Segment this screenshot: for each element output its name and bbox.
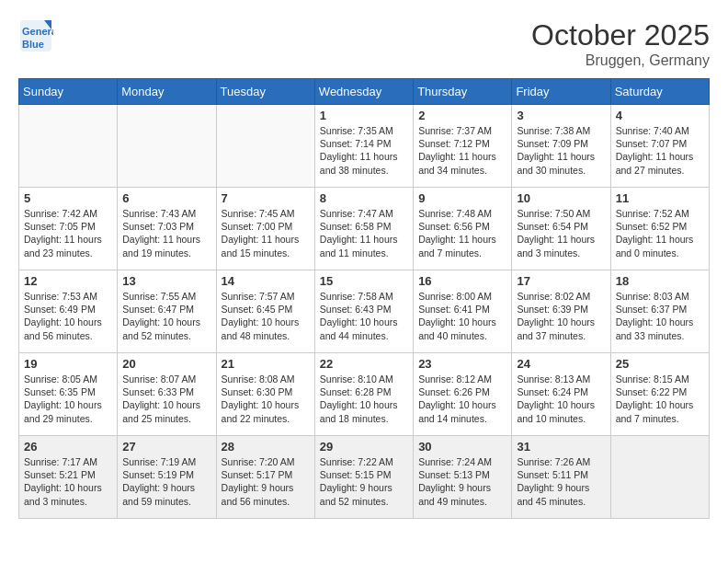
day-number: 12: [24, 274, 112, 288]
day-number: 4: [616, 109, 704, 122]
calendar-cell: 7Sunrise: 7:45 AM Sunset: 7:00 PM Daylig…: [216, 188, 314, 270]
day-number: 11: [616, 191, 704, 205]
day-number: 29: [320, 440, 408, 454]
calendar-cell: 21Sunrise: 8:08 AM Sunset: 6:30 PM Dayli…: [216, 353, 314, 436]
calendar-cell: 2Sunrise: 7:37 AM Sunset: 7:12 PM Daylig…: [414, 105, 512, 188]
day-info: Sunrise: 7:52 AM Sunset: 6:52 PM Dayligh…: [616, 207, 704, 259]
calendar-cell: 17Sunrise: 8:02 AM Sunset: 6:39 PM Dayli…: [512, 270, 610, 353]
day-info: Sunrise: 7:47 AM Sunset: 6:58 PM Dayligh…: [320, 207, 408, 259]
day-info: Sunrise: 8:02 AM Sunset: 6:39 PM Dayligh…: [517, 290, 605, 342]
calendar-week-row: 1Sunrise: 7:35 AM Sunset: 7:14 PM Daylig…: [19, 105, 710, 188]
calendar-cell: 3Sunrise: 7:38 AM Sunset: 7:09 PM Daylig…: [512, 105, 610, 188]
day-info: Sunrise: 7:42 AM Sunset: 7:05 PM Dayligh…: [24, 207, 112, 259]
day-number: 13: [122, 274, 210, 288]
calendar-cell: 5Sunrise: 7:42 AM Sunset: 7:05 PM Daylig…: [19, 188, 118, 270]
day-info: Sunrise: 7:37 AM Sunset: 7:12 PM Dayligh…: [418, 124, 506, 177]
day-info: Sunrise: 7:22 AM Sunset: 5:15 PM Dayligh…: [320, 455, 408, 508]
calendar-cell: 6Sunrise: 7:43 AM Sunset: 7:03 PM Daylig…: [118, 188, 216, 270]
page-header: General Blue October 2025 Bruggen, Germa…: [18, 18, 710, 69]
calendar-cell: [19, 105, 118, 188]
col-monday: Monday: [118, 79, 216, 105]
calendar-week-row: 19Sunrise: 8:05 AM Sunset: 6:35 PM Dayli…: [19, 353, 710, 436]
calendar-week-row: 26Sunrise: 7:17 AM Sunset: 5:21 PM Dayli…: [19, 436, 710, 519]
calendar-cell: 13Sunrise: 7:55 AM Sunset: 6:47 PM Dayli…: [118, 270, 216, 353]
col-thursday: Thursday: [414, 79, 512, 105]
calendar-cell: 15Sunrise: 7:58 AM Sunset: 6:43 PM Dayli…: [314, 270, 413, 353]
day-info: Sunrise: 7:50 AM Sunset: 6:54 PM Dayligh…: [517, 207, 605, 259]
calendar-cell: 24Sunrise: 8:13 AM Sunset: 6:24 PM Dayli…: [512, 353, 610, 436]
day-info: Sunrise: 8:00 AM Sunset: 6:41 PM Dayligh…: [418, 290, 506, 342]
calendar-cell: 25Sunrise: 8:15 AM Sunset: 6:22 PM Dayli…: [610, 353, 709, 436]
title-block: October 2025 Bruggen, Germany: [531, 18, 710, 69]
day-number: 20: [122, 357, 210, 371]
calendar-cell: 28Sunrise: 7:20 AM Sunset: 5:17 PM Dayli…: [216, 436, 314, 519]
day-number: 14: [222, 274, 310, 288]
calendar-cell: 19Sunrise: 8:05 AM Sunset: 6:35 PM Dayli…: [19, 353, 118, 436]
day-number: 18: [616, 274, 704, 288]
day-number: 26: [24, 440, 112, 454]
svg-text:General: General: [22, 26, 53, 37]
day-info: Sunrise: 7:57 AM Sunset: 6:45 PM Dayligh…: [222, 290, 310, 342]
calendar-cell: 18Sunrise: 8:03 AM Sunset: 6:37 PM Dayli…: [610, 270, 709, 353]
day-info: Sunrise: 8:03 AM Sunset: 6:37 PM Dayligh…: [616, 290, 704, 342]
calendar-cell: 9Sunrise: 7:48 AM Sunset: 6:56 PM Daylig…: [414, 188, 512, 270]
calendar-table: Sunday Monday Tuesday Wednesday Thursday…: [18, 78, 710, 519]
day-info: Sunrise: 7:48 AM Sunset: 6:56 PM Dayligh…: [418, 207, 506, 259]
day-info: Sunrise: 7:55 AM Sunset: 6:47 PM Dayligh…: [122, 290, 210, 342]
calendar-cell: 10Sunrise: 7:50 AM Sunset: 6:54 PM Dayli…: [512, 188, 610, 270]
calendar-cell: 23Sunrise: 8:12 AM Sunset: 6:26 PM Dayli…: [414, 353, 512, 436]
day-info: Sunrise: 7:45 AM Sunset: 7:00 PM Dayligh…: [222, 207, 310, 259]
calendar-header-row: Sunday Monday Tuesday Wednesday Thursday…: [19, 79, 710, 105]
day-number: 3: [517, 109, 605, 122]
calendar-cell: 16Sunrise: 8:00 AM Sunset: 6:41 PM Dayli…: [414, 270, 512, 353]
col-wednesday: Wednesday: [314, 79, 413, 105]
calendar-cell: 8Sunrise: 7:47 AM Sunset: 6:58 PM Daylig…: [314, 188, 413, 270]
col-friday: Friday: [512, 79, 610, 105]
calendar-cell: 30Sunrise: 7:24 AM Sunset: 5:13 PM Dayli…: [414, 436, 512, 519]
calendar-cell: 4Sunrise: 7:40 AM Sunset: 7:07 PM Daylig…: [610, 105, 709, 188]
calendar-week-row: 12Sunrise: 7:53 AM Sunset: 6:49 PM Dayli…: [19, 270, 710, 353]
day-number: 10: [517, 191, 605, 205]
calendar-cell: [216, 105, 314, 188]
day-info: Sunrise: 8:12 AM Sunset: 6:26 PM Dayligh…: [418, 373, 506, 425]
calendar-cell: 26Sunrise: 7:17 AM Sunset: 5:21 PM Dayli…: [19, 436, 118, 519]
day-number: 24: [517, 357, 605, 371]
calendar-cell: 31Sunrise: 7:26 AM Sunset: 5:11 PM Dayli…: [512, 436, 610, 519]
month-title: October 2025: [531, 18, 710, 52]
day-info: Sunrise: 7:38 AM Sunset: 7:09 PM Dayligh…: [517, 124, 605, 177]
day-number: 8: [320, 191, 408, 205]
day-info: Sunrise: 8:08 AM Sunset: 6:30 PM Dayligh…: [222, 373, 310, 425]
day-number: 5: [24, 191, 112, 205]
day-info: Sunrise: 7:19 AM Sunset: 5:19 PM Dayligh…: [122, 455, 210, 508]
col-saturday: Saturday: [610, 79, 709, 105]
calendar-cell: 14Sunrise: 7:57 AM Sunset: 6:45 PM Dayli…: [216, 270, 314, 353]
day-number: 1: [320, 109, 408, 122]
calendar-cell: 1Sunrise: 7:35 AM Sunset: 7:14 PM Daylig…: [314, 105, 413, 188]
day-info: Sunrise: 7:26 AM Sunset: 5:11 PM Dayligh…: [517, 455, 605, 508]
calendar-cell: 11Sunrise: 7:52 AM Sunset: 6:52 PM Dayli…: [610, 188, 709, 270]
calendar-cell: 29Sunrise: 7:22 AM Sunset: 5:15 PM Dayli…: [314, 436, 413, 519]
day-info: Sunrise: 7:53 AM Sunset: 6:49 PM Dayligh…: [24, 290, 112, 342]
day-info: Sunrise: 7:20 AM Sunset: 5:17 PM Dayligh…: [222, 455, 310, 508]
day-number: 23: [418, 357, 506, 371]
svg-text:Blue: Blue: [22, 39, 44, 50]
calendar-cell: [118, 105, 216, 188]
calendar-cell: 12Sunrise: 7:53 AM Sunset: 6:49 PM Dayli…: [19, 270, 118, 353]
day-number: 27: [122, 440, 210, 454]
day-number: 31: [517, 440, 605, 454]
col-tuesday: Tuesday: [216, 79, 314, 105]
logo: General Blue: [18, 18, 53, 53]
calendar-cell: 27Sunrise: 7:19 AM Sunset: 5:19 PM Dayli…: [118, 436, 216, 519]
day-info: Sunrise: 8:07 AM Sunset: 6:33 PM Dayligh…: [122, 373, 210, 425]
day-info: Sunrise: 7:24 AM Sunset: 5:13 PM Dayligh…: [418, 455, 506, 508]
day-number: 2: [418, 109, 506, 122]
location: Bruggen, Germany: [531, 52, 710, 69]
day-info: Sunrise: 7:58 AM Sunset: 6:43 PM Dayligh…: [320, 290, 408, 342]
day-number: 25: [616, 357, 704, 371]
day-info: Sunrise: 8:15 AM Sunset: 6:22 PM Dayligh…: [616, 373, 704, 425]
day-number: 6: [122, 191, 210, 205]
day-number: 16: [418, 274, 506, 288]
day-info: Sunrise: 8:13 AM Sunset: 6:24 PM Dayligh…: [517, 373, 605, 425]
calendar-cell: 22Sunrise: 8:10 AM Sunset: 6:28 PM Dayli…: [314, 353, 413, 436]
day-info: Sunrise: 7:17 AM Sunset: 5:21 PM Dayligh…: [24, 455, 112, 508]
